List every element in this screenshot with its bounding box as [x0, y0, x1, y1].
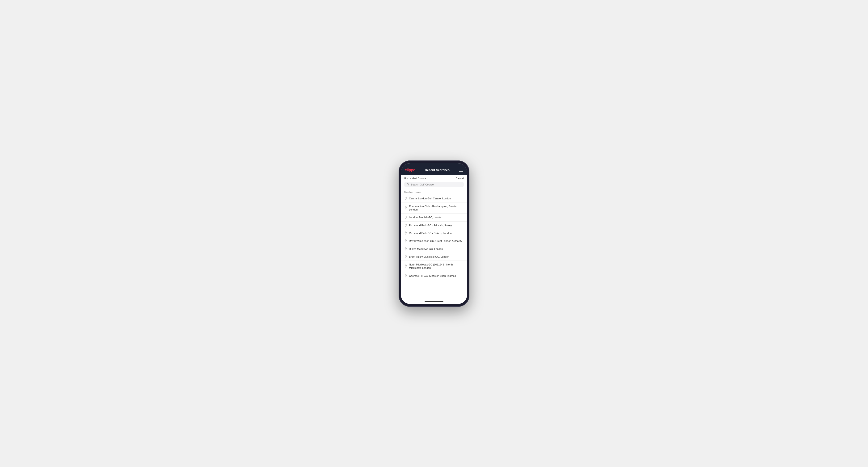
- search-input[interactable]: [411, 183, 461, 186]
- svg-point-7: [405, 240, 406, 241]
- course-name: Central London Golf Centre, London: [409, 197, 451, 200]
- course-name: Richmond Park GC - Prince's, Surrey: [409, 224, 452, 227]
- page-title: Recent Searches: [425, 168, 450, 172]
- course-name: Dukes Meadows GC, London: [409, 247, 443, 251]
- location-pin-icon: [404, 255, 407, 258]
- course-name: Richmond Park GC - Duke's, London: [409, 231, 452, 235]
- phone-screen: clippd Recent Searches Find a Golf Cours…: [401, 163, 467, 304]
- location-pin-icon: [404, 224, 407, 227]
- course-name: London Scottish GC, London: [409, 216, 442, 219]
- status-bar: [401, 163, 467, 166]
- svg-point-11: [405, 275, 406, 275]
- hamburger-line-2: [459, 170, 463, 170]
- course-list-item[interactable]: London Scottish GC, London: [401, 214, 467, 221]
- location-pin-icon: [404, 197, 407, 200]
- course-list-item[interactable]: Central London Golf Centre, London: [401, 195, 467, 203]
- location-pin-icon: [404, 206, 407, 210]
- hamburger-line-3: [459, 171, 463, 172]
- course-name: Roehampton Club - Roehampton, Greater Lo…: [409, 205, 464, 212]
- app-header: clippd Recent Searches: [401, 166, 467, 175]
- svg-point-8: [405, 248, 406, 248]
- search-input-wrapper: [404, 182, 464, 187]
- home-indicator: [401, 300, 467, 304]
- course-list-item[interactable]: Richmond Park GC - Duke's, London: [401, 229, 467, 237]
- course-list-item[interactable]: North Middlesex GC (1011942 - North Midd…: [401, 261, 467, 272]
- svg-point-4: [405, 217, 406, 217]
- app-logo: clippd: [405, 168, 415, 172]
- course-name: Brent Valley Municipal GC, London: [409, 255, 449, 258]
- menu-icon[interactable]: [459, 169, 463, 172]
- location-pin-icon: [404, 231, 407, 235]
- location-pin-icon: [404, 216, 407, 219]
- svg-point-10: [405, 266, 406, 266]
- find-label-row: Find a Golf Course Cancel: [404, 177, 464, 180]
- svg-point-2: [405, 197, 406, 198]
- search-icon: [407, 183, 409, 186]
- course-list-item[interactable]: Royal Wimbledon GC, Great London Authori…: [401, 237, 467, 245]
- svg-point-9: [405, 256, 406, 256]
- course-list-item[interactable]: Richmond Park GC - Prince's, Surrey: [401, 222, 467, 229]
- location-pin-icon: [404, 239, 407, 243]
- search-area: Find a Golf Course Cancel: [401, 175, 467, 190]
- home-bar: [425, 301, 443, 302]
- course-name: Royal Wimbledon GC, Great London Authori…: [409, 239, 462, 243]
- svg-point-3: [405, 207, 406, 208]
- svg-point-6: [405, 232, 406, 233]
- svg-point-5: [405, 224, 406, 225]
- course-list: Central London Golf Centre, London Roeha…: [401, 195, 467, 280]
- svg-line-1: [408, 185, 409, 185]
- cancel-button[interactable]: Cancel: [456, 177, 464, 180]
- course-name: Coombe Hill GC, Kingston upon Thames: [409, 274, 456, 278]
- course-name: North Middlesex GC (1011942 - North Midd…: [409, 263, 464, 270]
- svg-point-0: [407, 183, 409, 185]
- course-list-item[interactable]: Dukes Meadows GC, London: [401, 245, 467, 253]
- location-pin-icon: [404, 274, 407, 278]
- course-list-item[interactable]: Brent Valley Municipal GC, London: [401, 253, 467, 261]
- find-label: Find a Golf Course: [404, 177, 426, 180]
- course-list-item[interactable]: Coombe Hill GC, Kingston upon Thames: [401, 272, 467, 280]
- location-pin-icon: [404, 264, 407, 268]
- course-list-container: Nearby courses Central London Golf Centr…: [401, 190, 467, 300]
- phone-device: clippd Recent Searches Find a Golf Cours…: [399, 160, 469, 307]
- course-list-item[interactable]: Roehampton Club - Roehampton, Greater Lo…: [401, 203, 467, 214]
- location-pin-icon: [404, 247, 407, 251]
- nearby-section-header: Nearby courses: [401, 190, 467, 195]
- hamburger-line-1: [459, 169, 463, 169]
